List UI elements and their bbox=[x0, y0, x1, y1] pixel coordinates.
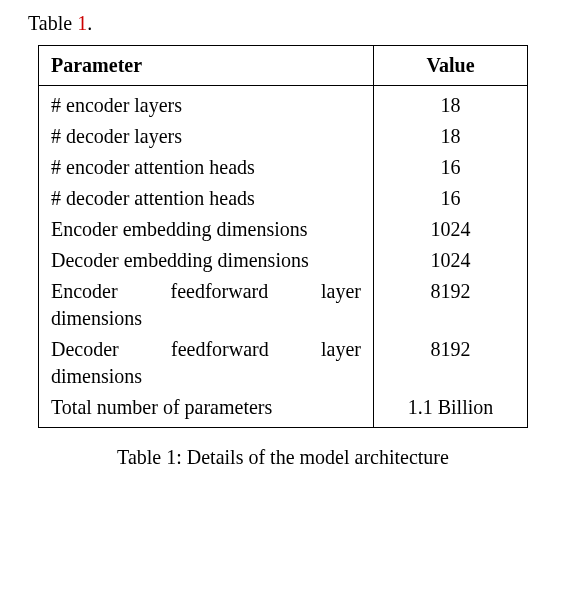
table-header-row: Parameter Value bbox=[39, 46, 528, 86]
value-cell: 1.1 Billion bbox=[374, 392, 528, 428]
value-cell: 8192 bbox=[374, 334, 528, 392]
value-cell: 1024 bbox=[374, 214, 528, 245]
param-cell: # encoder layers bbox=[39, 86, 374, 122]
value-cell: 18 bbox=[374, 86, 528, 122]
param-cell: Decoder feedforward layer dimensions bbox=[39, 334, 374, 392]
param-cell: Encoder embedding dimensions bbox=[39, 214, 374, 245]
param-cell: # encoder attention heads bbox=[39, 152, 374, 183]
value-cell: 18 bbox=[374, 121, 528, 152]
table-row: # encoder attention heads 16 bbox=[39, 152, 528, 183]
param-cell: Total number of parameters bbox=[39, 392, 374, 428]
table-row: # decoder layers 18 bbox=[39, 121, 528, 152]
value-cell: 16 bbox=[374, 152, 528, 183]
table-row: Total number of parameters 1.1 Billion bbox=[39, 392, 528, 428]
table-ref-number: 1 bbox=[77, 12, 87, 34]
header-parameter: Parameter bbox=[39, 46, 374, 86]
table-row: # encoder layers 18 bbox=[39, 86, 528, 122]
param-cell: # decoder attention heads bbox=[39, 183, 374, 214]
table-row: # decoder attention heads 16 bbox=[39, 183, 528, 214]
pretext-prefix: Table bbox=[28, 12, 77, 34]
pretext-suffix: . bbox=[87, 12, 92, 34]
table-row: Encoder embedding dimensions 1024 bbox=[39, 214, 528, 245]
param-cell: # decoder layers bbox=[39, 121, 374, 152]
model-architecture-table: Parameter Value # encoder layers 18 # de… bbox=[38, 45, 528, 428]
value-cell: 1024 bbox=[374, 245, 528, 276]
table-row: Encoder feedforward layer dimensions 819… bbox=[39, 276, 528, 334]
header-value: Value bbox=[374, 46, 528, 86]
param-cell: Encoder feedforward layer dimensions bbox=[39, 276, 374, 334]
table-caption: Table 1: Details of the model architectu… bbox=[28, 446, 538, 469]
table-reference-line: Table 1. bbox=[28, 12, 538, 35]
value-cell: 8192 bbox=[374, 276, 528, 334]
table-row: Decoder embedding dimen­sions 1024 bbox=[39, 245, 528, 276]
table-row: Decoder feedforward layer dimensions 819… bbox=[39, 334, 528, 392]
param-cell: Decoder embedding dimen­sions bbox=[39, 245, 374, 276]
value-cell: 16 bbox=[374, 183, 528, 214]
